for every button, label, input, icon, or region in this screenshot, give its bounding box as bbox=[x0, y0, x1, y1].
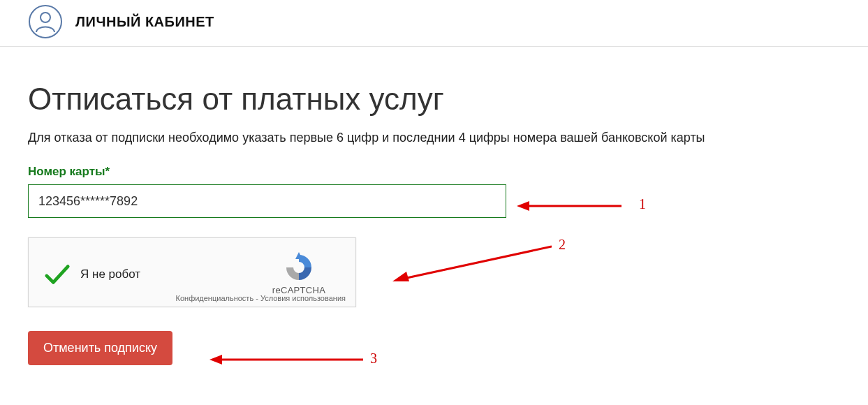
svg-marker-4 bbox=[517, 201, 529, 211]
svg-line-5 bbox=[404, 246, 552, 279]
recaptcha-icon bbox=[284, 252, 314, 283]
header-title: ЛИЧНЫЙ КАБИНЕТ bbox=[75, 14, 214, 30]
annotation-arrow-1 bbox=[517, 199, 621, 213]
annotation-number-3: 3 bbox=[370, 351, 377, 367]
annotation-arrow-3 bbox=[209, 353, 363, 367]
recaptcha-branding: reCAPTCHA bbox=[253, 252, 344, 297]
checkmark-icon bbox=[44, 261, 71, 288]
svg-marker-8 bbox=[209, 355, 222, 364]
page-description: Для отказа от подписки необходимо указат… bbox=[28, 131, 840, 145]
recaptcha-terms-link[interactable]: Условия использования bbox=[260, 294, 346, 302]
recaptcha-privacy-link[interactable]: Конфиденциальность bbox=[176, 294, 254, 302]
main: Отписаться от платных услуг Для отказа о… bbox=[0, 47, 868, 386]
svg-marker-6 bbox=[392, 272, 409, 281]
recaptcha-label: Я не робот bbox=[80, 267, 253, 281]
annotation-number-2: 2 bbox=[559, 237, 566, 253]
header: ЛИЧНЫЙ КАБИНЕТ bbox=[0, 0, 868, 47]
recaptcha-footer: Конфиденциальность - Условия использован… bbox=[176, 294, 346, 302]
page-title: Отписаться от платных услуг bbox=[28, 82, 840, 117]
recaptcha-widget[interactable]: Я не робот reCAPTCHA Конфиденциальность … bbox=[28, 237, 356, 307]
cancel-subscription-button[interactable]: Отменить подписку bbox=[28, 331, 172, 365]
svg-point-1 bbox=[41, 13, 50, 22]
card-number-input[interactable] bbox=[28, 184, 506, 218]
user-icon bbox=[28, 4, 63, 39]
annotation-number-1: 1 bbox=[639, 196, 646, 212]
card-number-label: Номер карты* bbox=[28, 165, 840, 179]
annotation-arrow-2 bbox=[391, 242, 552, 284]
